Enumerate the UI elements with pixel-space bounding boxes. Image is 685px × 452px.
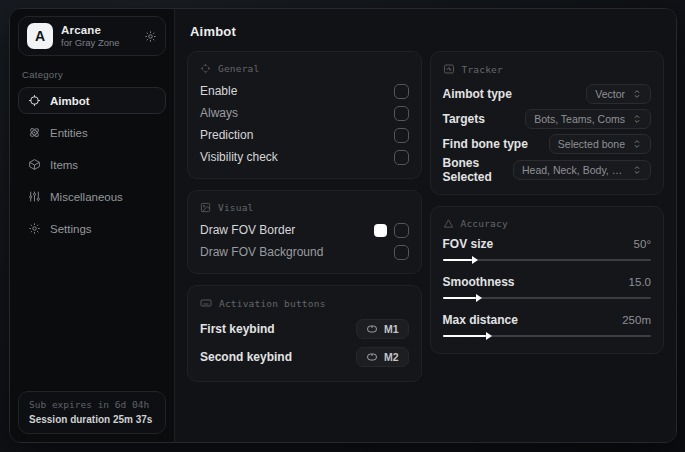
sidebar-nav: Aimbot Entities <box>18 87 166 242</box>
setting-label: Bones Selected <box>443 156 514 184</box>
setting-row-find-bone-type: Find bone type Selected bone <box>443 131 652 156</box>
slider-value: 15.0 <box>629 276 651 288</box>
slider-label: Smoothness <box>443 275 515 289</box>
sidebar-item-settings[interactable]: Settings <box>18 215 166 242</box>
package-icon <box>28 158 41 171</box>
sidebar-item-entities[interactable]: Entities <box>18 119 166 146</box>
tracker-icon <box>443 63 455 75</box>
draw-fov-border-checkbox[interactable] <box>394 223 409 238</box>
accuracy-panel: Accuracy FOV size 50° Smoothness <box>430 206 665 354</box>
slider-value: 50° <box>634 238 651 250</box>
category-label: Category <box>22 69 162 80</box>
prediction-checkbox[interactable] <box>394 128 409 143</box>
keybind-value: M1 <box>384 323 399 335</box>
setting-label: Find bone type <box>443 137 528 151</box>
setting-label: Always <box>200 106 238 120</box>
bones-selected-select[interactable]: Head, Neck, Body, Pe.. <box>513 160 651 180</box>
targets-select[interactable]: Bots, Teams, Coms <box>525 109 651 129</box>
slider-label: FOV size <box>443 237 494 251</box>
tracker-panel: Tracker Aimbot type Vector <box>430 51 665 195</box>
panel-title: Visual <box>218 202 254 213</box>
select-value: Head, Neck, Body, Pe.. <box>522 164 625 176</box>
setting-label: Prediction <box>200 128 253 142</box>
setting-row-enable: Enable <box>200 80 409 102</box>
aimbot-type-select[interactable]: Vector <box>586 84 651 104</box>
slider-value: 250m <box>622 314 651 326</box>
setting-row-prediction: Prediction <box>200 124 409 146</box>
visual-panel: Visual Draw FOV Border Draw FOV Backgrou… <box>187 190 422 274</box>
enable-checkbox[interactable] <box>394 84 409 99</box>
setting-label: Second keybind <box>200 350 292 364</box>
triangle-icon <box>443 218 454 229</box>
brand-name: Arcane <box>61 24 136 36</box>
brand-card: A Arcane for Gray Zone <box>18 16 166 56</box>
setting-row-first-keybind: First keybind M1 <box>200 315 409 343</box>
chevrons-up-down-icon <box>632 89 642 99</box>
chevrons-up-down-icon <box>632 165 642 175</box>
mouse-icon <box>366 351 378 363</box>
fov-size-slider-block: FOV size 50° <box>443 235 652 267</box>
find-bone-type-select[interactable]: Selected bone <box>549 134 651 154</box>
fov-size-slider[interactable] <box>443 259 652 261</box>
setting-label: Enable <box>200 84 237 98</box>
setting-row-visibility-check: Visibility check <box>200 146 409 168</box>
chevrons-up-down-icon <box>632 114 642 124</box>
setting-label: Draw FOV Border <box>200 223 295 237</box>
sidebar-item-label: Miscellaneous <box>50 191 123 203</box>
image-icon <box>200 202 211 213</box>
subscription-card: Sub expires in 6d 04h Session duration 2… <box>18 391 166 434</box>
panel-title: General <box>218 63 259 74</box>
setting-label: Visibility check <box>200 150 278 164</box>
sidebar: A Arcane for Gray Zone Category <box>10 9 175 442</box>
sliders-icon <box>28 190 41 203</box>
slider-fill <box>443 335 487 337</box>
second-keybind-button[interactable]: M2 <box>356 347 409 367</box>
slider-fill <box>443 297 476 299</box>
draw-fov-background-checkbox[interactable] <box>394 245 409 260</box>
session-duration-text: Session duration 25m 37s <box>29 414 155 425</box>
setting-row-aimbot-type: Aimbot type Vector <box>443 81 652 106</box>
crosshair-icon <box>28 94 41 107</box>
brand-subtitle: for Gray Zone <box>61 37 136 48</box>
sidebar-item-label: Aimbot <box>50 95 90 107</box>
select-value: Bots, Teams, Coms <box>534 113 625 125</box>
max-distance-slider-block: Max distance 250m <box>443 311 652 343</box>
main-content: Aimbot General Enable <box>175 9 676 442</box>
gear-icon[interactable] <box>144 30 157 43</box>
sidebar-item-aimbot[interactable]: Aimbot <box>18 87 166 114</box>
slider-label: Max distance <box>443 313 518 327</box>
brand-logo: A <box>27 23 53 49</box>
panel-title: Activation buttons <box>219 298 326 309</box>
brand-text: Arcane for Gray Zone <box>61 24 136 48</box>
setting-label: Draw FOV Background <box>200 245 323 259</box>
chevrons-up-down-icon <box>632 139 642 149</box>
mouse-icon <box>366 323 378 335</box>
general-panel: General Enable Always Prediction <box>187 51 422 179</box>
page-title: Aimbot <box>190 24 664 39</box>
first-keybind-button[interactable]: M1 <box>356 319 409 339</box>
keyboard-icon <box>200 297 212 309</box>
panel-title: Accuracy <box>461 218 508 229</box>
sidebar-item-items[interactable]: Items <box>18 151 166 178</box>
app-window: A Arcane for Gray Zone Category <box>9 8 677 443</box>
panel-title: Tracker <box>462 64 503 75</box>
sidebar-item-miscellaneous[interactable]: Miscellaneous <box>18 183 166 210</box>
smoothness-slider-block: Smoothness 15.0 <box>443 273 652 305</box>
always-checkbox[interactable] <box>394 106 409 121</box>
max-distance-slider[interactable] <box>443 335 652 337</box>
select-value: Vector <box>595 88 625 100</box>
fov-border-color-swatch[interactable] <box>374 224 387 237</box>
atom-icon <box>28 126 41 139</box>
setting-label: First keybind <box>200 322 275 336</box>
smoothness-slider[interactable] <box>443 297 652 299</box>
slider-fill <box>443 259 472 261</box>
gear-icon <box>28 222 41 235</box>
visibility-check-checkbox[interactable] <box>394 150 409 165</box>
sub-expires-text: Sub expires in 6d 04h <box>29 399 155 410</box>
setting-row-draw-fov-border: Draw FOV Border <box>200 219 409 241</box>
setting-label: Aimbot type <box>443 87 512 101</box>
setting-row-targets: Targets Bots, Teams, Coms <box>443 106 652 131</box>
sidebar-item-label: Entities <box>50 127 88 139</box>
setting-row-always: Always <box>200 102 409 124</box>
select-value: Selected bone <box>558 138 625 150</box>
